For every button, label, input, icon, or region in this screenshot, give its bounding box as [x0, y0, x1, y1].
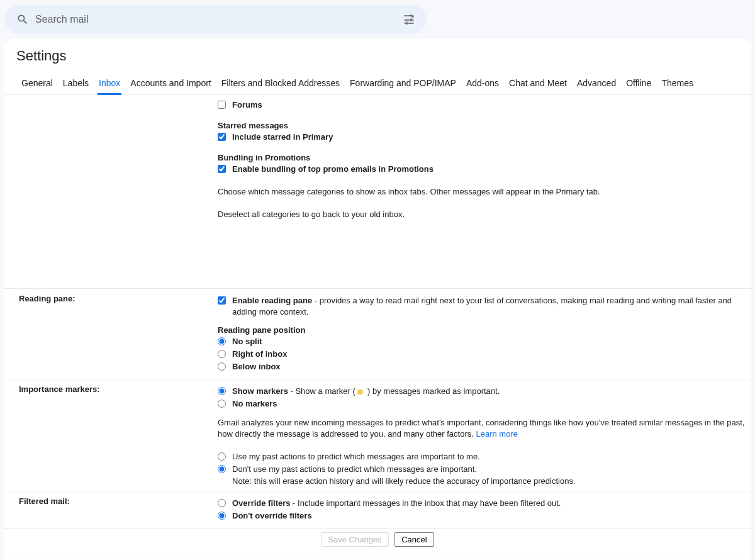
label-use-past-actions[interactable]: Use my past actions to predict which mes… [232, 451, 480, 462]
search-input[interactable] [35, 14, 401, 25]
section-filtered-mail: Filtered mail: Override filters - Includ… [4, 491, 751, 529]
checkbox-forums[interactable] [218, 101, 226, 109]
tab-advanced[interactable]: Advanced [572, 73, 621, 94]
radio-below-inbox[interactable] [218, 362, 226, 371]
radio-use-past-actions[interactable] [218, 452, 226, 461]
tab-general[interactable]: General [16, 73, 58, 94]
text-predict-note: Note: this will erase action history and… [232, 476, 751, 486]
settings-panel: Settings General Labels Inbox Accounts a… [4, 39, 751, 559]
section-categories: Forums Starred messages Include starred … [4, 98, 751, 289]
tab-forwarding[interactable]: Forwarding and POP/IMAP [345, 73, 461, 94]
radio-no-markers[interactable] [218, 400, 226, 408]
tab-offline[interactable]: Offline [621, 73, 656, 94]
page-title: Settings [4, 39, 751, 73]
radio-dont-use-past-actions[interactable] [218, 465, 226, 473]
save-changes-button: Save Changes [321, 532, 388, 547]
tab-themes[interactable]: Themes [656, 73, 698, 94]
label-override-filters[interactable]: Override filters - Include important mes… [232, 498, 561, 509]
heading-starred: Starred messages [218, 121, 751, 130]
heading-reading-position: Reading pane position [218, 325, 751, 335]
settings-body: Forums Starred messages Include starred … [4, 95, 751, 559]
tune-icon[interactable] [401, 12, 417, 27]
section-label-categories [4, 98, 218, 283]
section-importance-markers: Importance markers: Show markers - Show … [4, 379, 751, 491]
tab-inbox[interactable]: Inbox [94, 73, 125, 94]
tabs-row: General Labels Inbox Accounts and Import… [4, 73, 751, 95]
cancel-button[interactable]: Cancel [394, 532, 433, 547]
label-no-split[interactable]: No split [232, 336, 262, 347]
search-bar [5, 5, 427, 34]
text-categories-explain1: Choose which message categories to show … [218, 186, 751, 198]
radio-show-markers[interactable] [218, 387, 226, 395]
label-include-starred[interactable]: Include starred in Primary [232, 132, 333, 143]
label-enable-reading-pane[interactable]: Enable reading pane - provides a way to … [232, 295, 751, 318]
radio-dont-override-filters[interactable] [218, 512, 226, 520]
checkbox-include-starred[interactable] [218, 133, 226, 141]
section-label-reading-pane: Reading pane: [4, 294, 218, 374]
text-categories-explain2: Deselect all categories to go back to yo… [218, 209, 751, 220]
label-dont-use-past-actions[interactable]: Don't use my past actions to predict whi… [232, 464, 477, 475]
section-label-importance: Importance markers: [4, 384, 218, 486]
tab-filters[interactable]: Filters and Blocked Addresses [216, 73, 345, 94]
text-importance-analyze: Gmail analyzes your new incoming message… [218, 417, 751, 440]
tab-accounts[interactable]: Accounts and Import [125, 73, 216, 94]
radio-override-filters[interactable] [218, 499, 226, 507]
tab-labels[interactable]: Labels [58, 73, 94, 94]
tab-addons[interactable]: Add-ons [461, 73, 504, 94]
label-bundling[interactable]: Enable bundling of top promo emails in P… [232, 164, 433, 175]
label-dont-override[interactable]: Don't override filters [232, 510, 312, 522]
link-learn-more[interactable]: Learn more [476, 429, 517, 439]
importance-marker-icon [357, 388, 365, 396]
tab-chat[interactable]: Chat and Meet [504, 73, 572, 94]
button-row: Save Changes Cancel [4, 529, 751, 559]
checkbox-enable-reading-pane[interactable] [218, 296, 226, 305]
checkbox-bundling[interactable] [218, 165, 226, 173]
search-icon[interactable] [15, 12, 30, 27]
label-right-of-inbox[interactable]: Right of inbox [232, 349, 287, 360]
radio-right-of-inbox[interactable] [218, 350, 226, 358]
radio-no-split[interactable] [218, 337, 226, 345]
label-forums[interactable]: Forums [232, 99, 262, 111]
label-no-markers[interactable]: No markers [232, 398, 277, 410]
label-show-markers[interactable]: Show markers - Show a marker ( ) by mess… [232, 386, 500, 397]
heading-bundling: Bundling in Promotions [218, 153, 751, 162]
section-reading-pane: Reading pane: Enable reading pane - prov… [4, 289, 751, 379]
label-below-inbox[interactable]: Below inbox [232, 361, 281, 372]
section-label-filtered: Filtered mail: [4, 496, 218, 523]
